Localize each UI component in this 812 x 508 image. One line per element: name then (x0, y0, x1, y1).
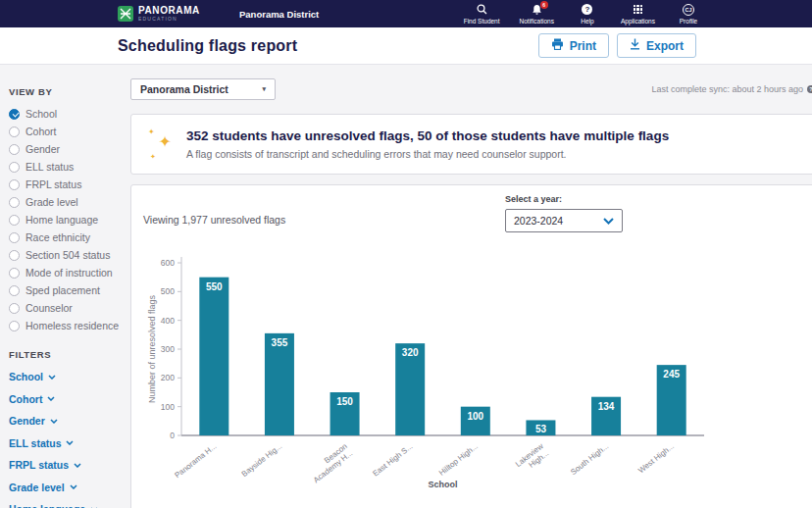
filter-frpl-status[interactable]: FRPL status (9, 459, 114, 471)
view-by-option-cohort[interactable]: Cohort (9, 126, 114, 137)
filter-ell-status[interactable]: ELL status (9, 437, 114, 449)
help-icon: ? (582, 4, 592, 16)
nav-profile[interactable]: CJ Profile (675, 4, 702, 25)
top-navbar: PANORAMA EDUCATION Panorama District Fin… (0, 0, 812, 27)
summary-banner: ✦✦✦ 352 students have unresolved flags, … (130, 114, 812, 175)
view-by-option-frpl-status[interactable]: FRPL status (9, 178, 114, 190)
radio-icon (9, 285, 20, 296)
viewing-count-label: Viewing 1,977 unresolved flags (143, 201, 802, 226)
nav-item-label: Find Student (464, 18, 500, 25)
radio-icon (9, 179, 20, 190)
panorama-logo: PANORAMA EDUCATION (118, 6, 200, 22)
search-icon (477, 4, 487, 16)
nav-help[interactable]: ? Help (574, 4, 601, 25)
chevron-down-icon (50, 419, 58, 424)
banner-subtext: A flag consists of transcript and schedu… (186, 148, 669, 160)
svg-text:150: 150 (336, 396, 353, 407)
print-button-label: Print (570, 39, 596, 53)
filter-grade-level[interactable]: Grade level (9, 482, 114, 493)
nav-item-label: Profile (680, 18, 697, 25)
filters-heading: FILTERS (9, 349, 114, 360)
radio-icon (9, 215, 20, 226)
filter-home-language[interactable]: Home language (9, 503, 114, 508)
view-by-option-school[interactable]: School (9, 108, 114, 120)
chevron-down-icon (74, 463, 81, 468)
nav-item-label: Applications (621, 18, 655, 25)
chevron-down-icon (66, 440, 74, 445)
sidebar: VIEW BY School Cohort Gender ELL status … (0, 65, 118, 508)
view-by-option-home-language[interactable]: Home language (9, 214, 114, 226)
bell-icon: 6 (532, 4, 542, 16)
radio-selected-icon (9, 109, 20, 120)
view-by-option-homeless-residence[interactable]: Homeless residence (9, 320, 114, 331)
svg-text:West High...: West High... (636, 441, 676, 475)
chart-card: Viewing 1,977 unresolved flags Select a … (130, 184, 812, 508)
svg-text:0: 0 (170, 431, 175, 440)
svg-text:400: 400 (161, 316, 175, 326)
svg-text:53: 53 (535, 424, 547, 434)
svg-text:Hilltop High...: Hilltop High... (437, 441, 480, 477)
chevron-down-icon (47, 396, 55, 401)
banner-headline: 352 students have unresolved flags, 50 o… (186, 128, 669, 143)
export-button-label: Export (646, 39, 684, 53)
logo-sub-text: EDUCATION (138, 17, 200, 22)
svg-text:550: 550 (206, 281, 223, 292)
download-icon (630, 38, 640, 53)
district-select[interactable]: Panorama District ▾ (130, 78, 276, 100)
nav-item-label: Notifications (520, 18, 554, 25)
main-content: Panorama District ▾ Last complete sync: … (118, 65, 812, 508)
svg-text:Panorama H...: Panorama H... (173, 441, 218, 480)
svg-text:South High...: South High... (569, 441, 610, 477)
info-icon[interactable]: ? (807, 85, 812, 93)
print-icon (551, 38, 564, 53)
view-by-option-mode-of-instruction[interactable]: Mode of instruction (9, 267, 114, 279)
radio-icon (9, 321, 20, 331)
svg-text:East High S...: East High S... (371, 441, 414, 478)
svg-text:Bayside Hig...: Bayside Hig... (240, 441, 283, 478)
radio-icon (9, 127, 20, 137)
view-by-option-grade-level[interactable]: Grade level (9, 196, 114, 208)
nav-notifications[interactable]: 6 Notifications (520, 4, 554, 25)
nav-find-student[interactable]: Find Student (464, 4, 500, 25)
notification-badge: 6 (540, 1, 548, 9)
radio-icon (9, 232, 20, 243)
year-select[interactable]: 2023-2024 (505, 209, 623, 232)
svg-text:200: 200 (161, 373, 175, 382)
grid-icon (634, 4, 643, 16)
print-button[interactable]: Print (538, 33, 609, 58)
export-button[interactable]: Export (617, 33, 696, 58)
svg-text:Number of unresolved flags: Number of unresolved flags (147, 294, 157, 403)
svg-text:100: 100 (467, 411, 483, 422)
view-by-option-counselor[interactable]: Counselor (9, 302, 114, 314)
radio-icon (9, 250, 20, 261)
view-by-option-ell-status[interactable]: ELL status (9, 161, 114, 173)
navbar-district-name: Panorama District (239, 9, 319, 20)
filter-school[interactable]: School (9, 371, 114, 382)
filter-gender[interactable]: Gender (9, 415, 114, 427)
avatar: CJ (683, 4, 694, 16)
svg-text:LakeviewHigh...: LakeviewHigh... (514, 441, 551, 476)
radio-icon (9, 197, 20, 208)
view-by-heading: VIEW BY (9, 86, 114, 97)
svg-text:300: 300 (161, 344, 175, 354)
district-select-value: Panorama District (140, 83, 228, 95)
svg-text:320: 320 (402, 347, 419, 358)
nav-item-label: Help (581, 18, 593, 25)
unresolved-flags-bar-chart: 0100200300400500600Number of unresolved … (143, 237, 802, 500)
view-by-option-gender[interactable]: Gender (9, 143, 114, 155)
logo-brand-text: PANORAMA (138, 6, 200, 16)
view-by-option-section-504[interactable]: Section 504 status (9, 249, 114, 261)
nav-applications[interactable]: Applications (621, 4, 655, 25)
panorama-logo-icon (118, 6, 133, 22)
filter-cohort[interactable]: Cohort (9, 393, 114, 405)
view-by-option-race-ethnicity[interactable]: Race ethnicity (9, 231, 114, 243)
radio-icon (9, 303, 20, 314)
sparkle-icon: ✦✦✦ (148, 128, 172, 160)
svg-text:134: 134 (598, 401, 615, 412)
svg-text:600: 600 (161, 258, 175, 268)
view-by-option-sped-placement[interactable]: Sped placement (9, 284, 114, 296)
caret-down-icon: ▾ (262, 85, 266, 93)
svg-text:100: 100 (161, 402, 175, 412)
svg-text:355: 355 (272, 337, 288, 348)
chevron-down-icon (48, 375, 56, 380)
